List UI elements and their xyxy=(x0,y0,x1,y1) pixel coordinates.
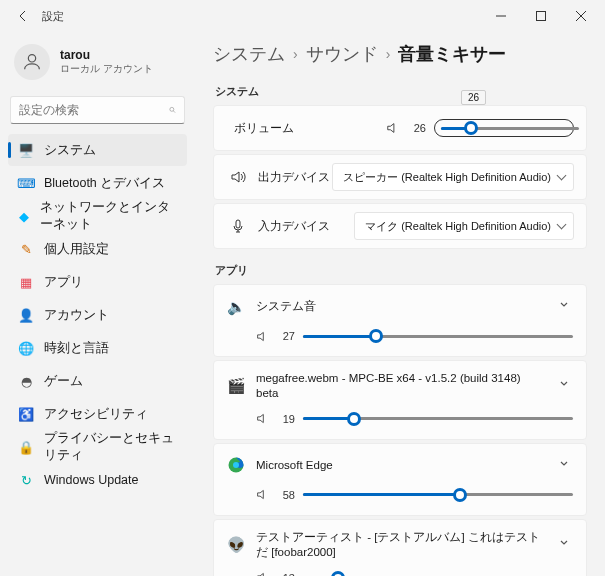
app-card: 🔈 システム音 27 xyxy=(213,284,587,357)
nav-icon: ◆ xyxy=(18,208,30,224)
sidebar-item[interactable]: ▦アプリ xyxy=(8,266,187,298)
input-label: 入力デバイス xyxy=(258,218,330,235)
input-icon xyxy=(226,218,250,234)
search-icon xyxy=(169,103,176,117)
breadcrumb-current: 音量ミキサー xyxy=(398,42,506,66)
nav-icon: ⌨ xyxy=(18,175,34,191)
app-name: Microsoft Edge xyxy=(256,458,544,473)
nav-icon: ♿ xyxy=(18,406,34,422)
app-volume-value: 13 xyxy=(277,572,295,576)
maximize-button[interactable] xyxy=(521,0,561,32)
svg-rect-3 xyxy=(236,220,240,228)
svg-rect-0 xyxy=(537,12,546,21)
window-title: 設定 xyxy=(42,9,64,24)
speaker-icon[interactable] xyxy=(256,488,269,501)
account-subtitle: ローカル アカウント xyxy=(60,62,153,76)
nav-label: Bluetooth とデバイス xyxy=(44,175,165,192)
back-button[interactable] xyxy=(14,7,32,25)
sidebar-item[interactable]: 👤アカウント xyxy=(8,299,187,331)
expand-button[interactable] xyxy=(554,533,574,556)
speaker-icon[interactable] xyxy=(386,121,400,135)
volume-card: 26 ボリューム 26 xyxy=(213,105,587,151)
nav-icon: ✎ xyxy=(18,241,34,257)
nav-label: 個人用設定 xyxy=(44,241,109,258)
output-icon xyxy=(226,169,250,185)
app-icon: 🔈 xyxy=(226,297,246,317)
breadcrumb-sound[interactable]: サウンド xyxy=(306,42,378,66)
svg-point-2 xyxy=(170,107,174,111)
nav-icon: 🌐 xyxy=(18,340,34,356)
breadcrumb: システム › サウンド › 音量ミキサー xyxy=(213,36,587,80)
avatar xyxy=(14,44,50,80)
app-icon: 🎬 xyxy=(226,376,246,396)
nav-icon: ▦ xyxy=(18,274,34,290)
app-name: システム音 xyxy=(256,299,544,314)
sidebar-item[interactable]: ◓ゲーム xyxy=(8,365,187,397)
sidebar-item[interactable]: ⌨Bluetooth とデバイス xyxy=(8,167,187,199)
search-input[interactable] xyxy=(19,103,169,117)
nav-label: アカウント xyxy=(44,307,109,324)
expand-button[interactable] xyxy=(554,295,574,318)
nav-label: アプリ xyxy=(44,274,83,291)
nav-icon: 👤 xyxy=(18,307,34,323)
app-name: megafree.webm - MPC-BE x64 - v1.5.2 (bui… xyxy=(256,371,544,401)
close-button[interactable] xyxy=(561,0,601,32)
sidebar-item[interactable]: 🔒プライバシーとセキュリティ xyxy=(8,431,187,463)
speaker-icon[interactable] xyxy=(256,412,269,425)
expand-button[interactable] xyxy=(554,374,574,397)
expand-button[interactable] xyxy=(554,454,574,477)
nav-icon: 🔒 xyxy=(18,439,34,455)
account-name: tarou xyxy=(60,48,153,62)
app-name: テストアーティスト - [テストアルバム] これはテストだ [foobar200… xyxy=(256,530,544,560)
input-device-select[interactable]: マイク (Realtek High Definition Audio) xyxy=(354,212,574,240)
nav-label: アクセシビリティ xyxy=(44,406,148,423)
svg-point-1 xyxy=(28,55,35,62)
nav-label: 時刻と言語 xyxy=(44,340,109,357)
sidebar-item[interactable]: ♿アクセシビリティ xyxy=(8,398,187,430)
app-card: Microsoft Edge 58 xyxy=(213,443,587,516)
nav-icon: 🖥️ xyxy=(18,142,34,158)
speaker-icon[interactable] xyxy=(256,571,269,576)
sidebar-item[interactable]: 🖥️システム xyxy=(8,134,187,166)
output-device-select[interactable]: スピーカー (Realtek High Definition Audio) xyxy=(332,163,574,191)
app-icon: 👽 xyxy=(226,535,246,555)
section-apps-heading: アプリ xyxy=(215,263,587,278)
nav-label: プライバシーとセキュリティ xyxy=(44,430,177,464)
output-label: 出力デバイス xyxy=(258,169,330,186)
volume-value: 26 xyxy=(408,122,426,134)
sidebar-item[interactable]: ◆ネットワークとインターネット xyxy=(8,200,187,232)
app-volume-slider[interactable] xyxy=(303,570,573,576)
app-card: 👽 テストアーティスト - [テストアルバム] これはテストだ [foobar2… xyxy=(213,519,587,576)
app-volume-slider[interactable] xyxy=(303,411,573,427)
sidebar-item[interactable]: 🌐時刻と言語 xyxy=(8,332,187,364)
chevron-right-icon: › xyxy=(386,46,391,62)
app-card: 🎬 megafree.webm - MPC-BE x64 - v1.5.2 (b… xyxy=(213,360,587,440)
minimize-button[interactable] xyxy=(481,0,521,32)
app-volume-value: 19 xyxy=(277,413,295,425)
svg-point-5 xyxy=(233,462,239,468)
app-volume-slider[interactable] xyxy=(303,487,573,503)
search-box[interactable] xyxy=(10,96,185,124)
sidebar-item[interactable]: ↻Windows Update xyxy=(8,464,187,496)
input-device-card: 入力デバイス マイク (Realtek High Definition Audi… xyxy=(213,203,587,249)
app-icon xyxy=(226,455,246,475)
chevron-right-icon: › xyxy=(293,46,298,62)
speaker-icon[interactable] xyxy=(256,330,269,343)
breadcrumb-system[interactable]: システム xyxy=(213,42,285,66)
section-system-heading: システム xyxy=(215,84,587,99)
app-volume-slider[interactable] xyxy=(303,328,573,344)
volume-label: ボリューム xyxy=(234,120,294,137)
output-device-card: 出力デバイス スピーカー (Realtek High Definition Au… xyxy=(213,154,587,200)
account-block[interactable]: tarou ローカル アカウント xyxy=(8,40,187,94)
volume-slider[interactable] xyxy=(434,119,574,137)
nav-label: システム xyxy=(44,142,96,159)
app-volume-value: 58 xyxy=(277,489,295,501)
nav-label: Windows Update xyxy=(44,473,139,487)
nav-icon: ◓ xyxy=(18,373,34,389)
nav-icon: ↻ xyxy=(18,472,34,488)
volume-tooltip: 26 xyxy=(461,90,486,105)
app-volume-value: 27 xyxy=(277,330,295,342)
nav-label: ゲーム xyxy=(44,373,83,390)
sidebar-item[interactable]: ✎個人用設定 xyxy=(8,233,187,265)
nav-label: ネットワークとインターネット xyxy=(40,199,177,233)
